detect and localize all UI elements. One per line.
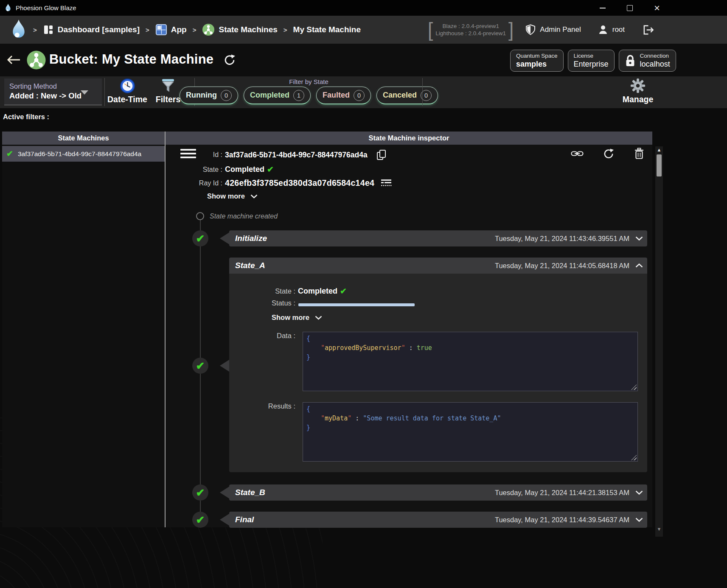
results-json-editor[interactable]: { "myData" : "Some result data for state…: [303, 402, 638, 462]
toolbar-divider: [104, 78, 105, 106]
close-button[interactable]: ×: [643, 0, 671, 16]
scroll-down-arrow[interactable]: ▼: [655, 526, 663, 532]
results-row-label: Results :: [236, 402, 295, 410]
step-state-a-bar[interactable]: State_A Tuesday, May 21, 2024 11:44:05.6…: [229, 258, 647, 274]
breadcrumb-separator: >: [284, 26, 287, 34]
step-initialize-bar[interactable]: Initialize Tuesday, May 21, 2024 11:43:4…: [229, 230, 647, 246]
breadcrumb-item-label: Dashboard [samples]: [58, 25, 140, 34]
breadcrumb-item-current: My State Machine: [293, 25, 361, 34]
trash-icon[interactable]: [634, 148, 644, 160]
step-timestamp: Tuesday, May 21, 2024 11:44:05.68418 AM: [495, 262, 629, 270]
show-more-button[interactable]: Show more: [272, 314, 322, 322]
active-filters-label: Active filters :: [3, 113, 49, 121]
badge-value: localhost: [640, 59, 670, 69]
manage-button[interactable]: Manage: [620, 78, 655, 104]
step-name: State_A: [235, 261, 265, 270]
maximize-button[interactable]: [616, 0, 643, 16]
user-name-label: root: [612, 25, 625, 34]
step-check-icon: ✔: [192, 230, 208, 246]
breadcrumb-item-app[interactable]: App: [155, 24, 187, 36]
back-button[interactable]: [6, 54, 21, 66]
show-more-button[interactable]: Show more: [207, 192, 258, 200]
show-more-label: Show more: [272, 314, 309, 322]
breadcrumb-item-dashboard[interactable]: Dashboard [samples]: [43, 24, 140, 35]
link-icon[interactable]: [571, 148, 584, 159]
date-time-label: Date-Time: [107, 95, 147, 104]
id-row: Id : 3af37ad6-5b71-4bd4-99c7-88447976ad4…: [182, 149, 387, 161]
window-title: Phoesion Glow Blaze: [16, 4, 76, 11]
scroll-up-arrow[interactable]: ▲: [655, 147, 663, 152]
badge-value: samples: [516, 59, 558, 69]
pill-label: Faulted: [323, 91, 350, 100]
scrollbar-thumb[interactable]: [657, 154, 662, 176]
funnel-icon: [161, 78, 175, 94]
filter-pill-completed[interactable]: Completed 1: [244, 87, 311, 104]
page-title: Bucket: My State Machine: [49, 52, 213, 67]
step-status-label: Status :: [236, 299, 295, 307]
breadcrumb-item-state-machines[interactable]: State Machines: [202, 23, 277, 36]
inspector-actions: [571, 148, 644, 160]
filter-pill-running[interactable]: Running 0: [180, 87, 238, 104]
data-json-editor[interactable]: { "approvedBySupervisor" : true }: [303, 332, 638, 391]
state-machine-list-item[interactable]: ✔ 3af37ad6-5b71-4bd4-99c7-88447976ad4a: [2, 146, 165, 162]
app-icon: [155, 24, 167, 36]
sorting-method-label: Sorting Method: [9, 82, 97, 91]
step-final-bar[interactable]: Final Tuesday, May 21, 2024 11:44:39.546…: [229, 512, 647, 528]
minimize-button[interactable]: [589, 0, 616, 16]
breadcrumb: > Dashboard [samples] >: [10, 16, 361, 44]
inspector-scrollbar[interactable]: ▲ ▼: [655, 146, 663, 537]
badge-label: License: [574, 53, 609, 59]
step-name: Initialize: [235, 234, 267, 243]
pill-count: 0: [221, 90, 232, 101]
lighthouse-version: Lighthouse : 2.0.4-preview1: [435, 30, 506, 37]
id-value: 3af37ad6-5b71-4bd4-99c7-88447976ad4a: [225, 151, 368, 160]
breadcrumb-item-label: App: [171, 25, 187, 34]
status-progress-bar: [298, 303, 415, 306]
completed-check-icon: ✔: [340, 286, 347, 296]
lock-icon: [625, 54, 636, 67]
state-machines-panel: State Machines ✔ 3af37ad6-5b71-4bd4-99c7…: [2, 132, 165, 527]
chevron-down-icon: [315, 316, 322, 320]
admin-panel-label: Admin Panel: [540, 25, 581, 34]
maximize-icon: [627, 5, 633, 11]
filter-pill-canceled[interactable]: Canceled 0: [376, 87, 438, 104]
chevron-up-icon[interactable]: [635, 263, 643, 268]
step-state-b-bar[interactable]: State_B Tuesday, May 21, 2024 11:44:21.3…: [229, 484, 647, 501]
step-timestamp: Tuesday, May 21, 2024 11:44:39.54637 AM: [495, 516, 629, 524]
chevron-down-icon[interactable]: [635, 236, 643, 241]
pill-label: Running: [186, 91, 217, 100]
toolbar: Sorting Method Added : New -> Old Date-T…: [0, 76, 727, 108]
logout-button[interactable]: [643, 25, 654, 35]
step-state-row: State : Completed ✔: [236, 286, 347, 296]
timeline-created-label: State machine created: [210, 213, 278, 220]
ray-id-value: 426efb3f3785ed380d3a07d6584c14e4: [225, 178, 374, 188]
manage-label: Manage: [623, 95, 654, 104]
chevron-down-icon[interactable]: [635, 490, 643, 495]
chevron-down-icon[interactable]: [635, 518, 643, 522]
minimize-icon: [600, 8, 606, 8]
step-notch: [220, 487, 229, 498]
header-badges: Quantum Space samples License Enterprise: [510, 50, 676, 72]
pill-label: Canceled: [383, 91, 417, 100]
state-row: State : Completed ✔: [182, 165, 274, 174]
show-more-label: Show more: [207, 192, 245, 200]
refresh-icon[interactable]: [603, 148, 615, 160]
admin-panel-button[interactable]: Admin Panel: [525, 24, 581, 36]
filter-pill-faulted[interactable]: Faulted 0: [316, 87, 371, 104]
date-time-button[interactable]: Date-Time: [107, 78, 148, 104]
user-menu[interactable]: root: [598, 25, 625, 35]
step-check-icon: ✔: [192, 358, 208, 374]
app-window: Phoesion Glow Blaze × >: [0, 0, 727, 588]
timeline-created-dot: [196, 212, 204, 220]
sorting-method-dropdown[interactable]: Sorting Method Added : New -> Old: [4, 78, 102, 105]
blaze-version: Blaze : 2.0.4-preview1: [442, 22, 499, 30]
badge-value: Enterprise: [574, 59, 609, 69]
toolbar-divider: [422, 78, 423, 106]
step-status-row: Status :: [236, 299, 295, 307]
trace-icon[interactable]: [381, 179, 392, 188]
copy-icon[interactable]: [376, 149, 387, 161]
refresh-bucket-button[interactable]: [224, 54, 236, 66]
glow-logo-icon[interactable]: [10, 19, 27, 41]
breadcrumb-item-label: State Machines: [219, 25, 277, 34]
filter-by-state-group: Filter by State Running 0 Completed 1 Fa…: [195, 76, 422, 108]
